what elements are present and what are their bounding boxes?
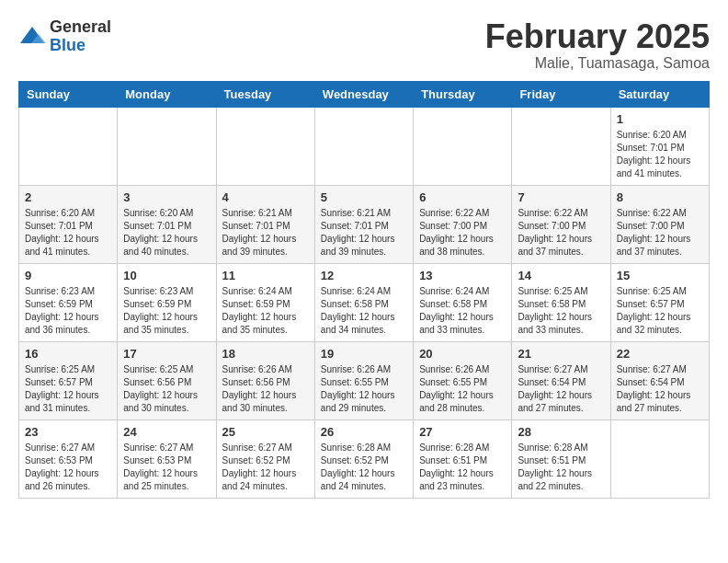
calendar-cell: 20Sunrise: 6:26 AM Sunset: 6:55 PM Dayli… bbox=[414, 341, 512, 419]
calendar-cell bbox=[610, 419, 709, 498]
day-number: 21 bbox=[518, 347, 604, 361]
day-number: 9 bbox=[25, 269, 111, 282]
day-info: Sunrise: 6:27 AM Sunset: 6:53 PM Dayligh… bbox=[25, 442, 111, 493]
day-info: Sunrise: 6:24 AM Sunset: 6:58 PM Dayligh… bbox=[321, 285, 407, 337]
calendar-cell: 23Sunrise: 6:27 AM Sunset: 6:53 PM Dayli… bbox=[19, 419, 118, 498]
calendar-cell: 21Sunrise: 6:27 AM Sunset: 6:54 PM Dayli… bbox=[512, 341, 610, 419]
calendar-cell: 27Sunrise: 6:28 AM Sunset: 6:51 PM Dayli… bbox=[414, 419, 512, 498]
calendar-cell: 24Sunrise: 6:27 AM Sunset: 6:53 PM Dayli… bbox=[118, 419, 216, 498]
day-info: Sunrise: 6:25 AM Sunset: 6:58 PM Dayligh… bbox=[518, 285, 604, 337]
day-number: 22 bbox=[617, 347, 703, 361]
day-number: 20 bbox=[419, 347, 506, 361]
day-info: Sunrise: 6:25 AM Sunset: 6:56 PM Dayligh… bbox=[123, 363, 210, 415]
logo: General Blue bbox=[18, 18, 111, 55]
day-info: Sunrise: 6:26 AM Sunset: 6:55 PM Dayligh… bbox=[321, 363, 407, 415]
day-info: Sunrise: 6:21 AM Sunset: 7:01 PM Dayligh… bbox=[222, 207, 309, 259]
day-info: Sunrise: 6:28 AM Sunset: 6:52 PM Dayligh… bbox=[321, 442, 407, 493]
day-info: Sunrise: 6:24 AM Sunset: 6:59 PM Dayligh… bbox=[222, 285, 309, 337]
calendar-cell: 19Sunrise: 6:26 AM Sunset: 6:55 PM Dayli… bbox=[314, 341, 413, 419]
logo-general: General bbox=[50, 18, 111, 37]
calendar-cell: 26Sunrise: 6:28 AM Sunset: 6:52 PM Dayli… bbox=[314, 419, 413, 498]
calendar-cell: 5Sunrise: 6:21 AM Sunset: 7:01 PM Daylig… bbox=[314, 185, 413, 263]
calendar-table: SundayMondayTuesdayWednesdayThursdayFrid… bbox=[18, 81, 710, 499]
calendar-header-row: SundayMondayTuesdayWednesdayThursdayFrid… bbox=[19, 81, 710, 107]
day-number: 7 bbox=[518, 190, 604, 204]
calendar-week-row: 2Sunrise: 6:20 AM Sunset: 7:01 PM Daylig… bbox=[19, 185, 710, 263]
calendar-cell: 15Sunrise: 6:25 AM Sunset: 6:57 PM Dayli… bbox=[610, 263, 709, 341]
calendar-cell: 2Sunrise: 6:20 AM Sunset: 7:01 PM Daylig… bbox=[19, 185, 118, 263]
day-number: 24 bbox=[123, 425, 210, 439]
logo-icon bbox=[18, 25, 46, 48]
location-subtitle: Malie, Tuamasaga, Samoa bbox=[485, 55, 710, 72]
day-of-week-header: Tuesday bbox=[216, 81, 314, 107]
calendar-cell bbox=[216, 107, 314, 185]
calendar-cell: 13Sunrise: 6:24 AM Sunset: 6:58 PM Dayli… bbox=[414, 263, 512, 341]
day-of-week-header: Wednesday bbox=[314, 81, 413, 107]
day-info: Sunrise: 6:28 AM Sunset: 6:51 PM Dayligh… bbox=[419, 442, 506, 493]
day-number: 26 bbox=[321, 425, 407, 439]
calendar-cell: 8Sunrise: 6:22 AM Sunset: 7:00 PM Daylig… bbox=[610, 185, 709, 263]
day-number: 4 bbox=[222, 190, 309, 204]
day-info: Sunrise: 6:27 AM Sunset: 6:52 PM Dayligh… bbox=[222, 442, 309, 493]
calendar-week-row: 16Sunrise: 6:25 AM Sunset: 6:57 PM Dayli… bbox=[19, 341, 710, 419]
day-number: 11 bbox=[222, 269, 309, 282]
day-number: 5 bbox=[321, 190, 407, 204]
calendar-cell: 16Sunrise: 6:25 AM Sunset: 6:57 PM Dayli… bbox=[19, 341, 118, 419]
day-number: 12 bbox=[321, 269, 407, 282]
day-number: 17 bbox=[123, 347, 210, 361]
calendar-cell: 6Sunrise: 6:22 AM Sunset: 7:00 PM Daylig… bbox=[414, 185, 512, 263]
day-number: 25 bbox=[222, 425, 309, 439]
day-info: Sunrise: 6:24 AM Sunset: 6:58 PM Dayligh… bbox=[419, 285, 506, 337]
calendar-cell: 25Sunrise: 6:27 AM Sunset: 6:52 PM Dayli… bbox=[216, 419, 314, 498]
day-info: Sunrise: 6:22 AM Sunset: 7:00 PM Dayligh… bbox=[617, 207, 703, 259]
calendar-week-row: 23Sunrise: 6:27 AM Sunset: 6:53 PM Dayli… bbox=[19, 419, 710, 498]
calendar-cell: 7Sunrise: 6:22 AM Sunset: 7:00 PM Daylig… bbox=[512, 185, 610, 263]
logo-blue: Blue bbox=[50, 37, 111, 55]
day-info: Sunrise: 6:21 AM Sunset: 7:01 PM Dayligh… bbox=[321, 207, 407, 259]
day-info: Sunrise: 6:27 AM Sunset: 6:54 PM Dayligh… bbox=[617, 363, 703, 415]
calendar-cell: 3Sunrise: 6:20 AM Sunset: 7:01 PM Daylig… bbox=[118, 185, 216, 263]
day-info: Sunrise: 6:22 AM Sunset: 7:00 PM Dayligh… bbox=[518, 207, 604, 259]
day-info: Sunrise: 6:20 AM Sunset: 7:01 PM Dayligh… bbox=[617, 129, 703, 180]
calendar-cell: 1Sunrise: 6:20 AM Sunset: 7:01 PM Daylig… bbox=[610, 107, 709, 185]
day-info: Sunrise: 6:25 AM Sunset: 6:57 PM Dayligh… bbox=[25, 363, 111, 415]
day-of-week-header: Saturday bbox=[610, 81, 709, 107]
month-title: February 2025 bbox=[485, 18, 710, 55]
day-info: Sunrise: 6:25 AM Sunset: 6:57 PM Dayligh… bbox=[617, 285, 703, 337]
calendar-cell: 10Sunrise: 6:23 AM Sunset: 6:59 PM Dayli… bbox=[118, 263, 216, 341]
calendar-cell bbox=[118, 107, 216, 185]
day-info: Sunrise: 6:23 AM Sunset: 6:59 PM Dayligh… bbox=[25, 285, 111, 337]
day-number: 3 bbox=[123, 190, 210, 204]
day-number: 27 bbox=[419, 425, 506, 439]
calendar-cell bbox=[414, 107, 512, 185]
day-number: 14 bbox=[518, 269, 604, 282]
page-header: General Blue February 2025 Malie, Tuamas… bbox=[18, 18, 710, 72]
day-number: 18 bbox=[222, 347, 309, 361]
calendar-cell: 22Sunrise: 6:27 AM Sunset: 6:54 PM Dayli… bbox=[610, 341, 709, 419]
day-number: 15 bbox=[617, 269, 703, 282]
calendar-cell: 11Sunrise: 6:24 AM Sunset: 6:59 PM Dayli… bbox=[216, 263, 314, 341]
day-number: 23 bbox=[25, 425, 111, 439]
calendar-cell: 14Sunrise: 6:25 AM Sunset: 6:58 PM Dayli… bbox=[512, 263, 610, 341]
logo-text: General Blue bbox=[50, 18, 111, 55]
day-number: 2 bbox=[25, 190, 111, 204]
day-info: Sunrise: 6:27 AM Sunset: 6:54 PM Dayligh… bbox=[518, 363, 604, 415]
calendar-week-row: 1Sunrise: 6:20 AM Sunset: 7:01 PM Daylig… bbox=[19, 107, 710, 185]
day-number: 19 bbox=[321, 347, 407, 361]
calendar-cell bbox=[19, 107, 118, 185]
day-of-week-header: Friday bbox=[512, 81, 610, 107]
day-number: 13 bbox=[419, 269, 506, 282]
day-number: 1 bbox=[617, 112, 703, 126]
calendar-cell: 4Sunrise: 6:21 AM Sunset: 7:01 PM Daylig… bbox=[216, 185, 314, 263]
day-info: Sunrise: 6:27 AM Sunset: 6:53 PM Dayligh… bbox=[123, 442, 210, 493]
day-info: Sunrise: 6:22 AM Sunset: 7:00 PM Dayligh… bbox=[419, 207, 506, 259]
day-info: Sunrise: 6:26 AM Sunset: 6:56 PM Dayligh… bbox=[222, 363, 309, 415]
day-info: Sunrise: 6:23 AM Sunset: 6:59 PM Dayligh… bbox=[123, 285, 210, 337]
day-of-week-header: Thursday bbox=[414, 81, 512, 107]
day-number: 8 bbox=[617, 190, 703, 204]
day-info: Sunrise: 6:20 AM Sunset: 7:01 PM Dayligh… bbox=[25, 207, 111, 259]
day-info: Sunrise: 6:28 AM Sunset: 6:51 PM Dayligh… bbox=[518, 442, 604, 493]
calendar-cell bbox=[314, 107, 413, 185]
calendar-week-row: 9Sunrise: 6:23 AM Sunset: 6:59 PM Daylig… bbox=[19, 263, 710, 341]
calendar-cell: 12Sunrise: 6:24 AM Sunset: 6:58 PM Dayli… bbox=[314, 263, 413, 341]
